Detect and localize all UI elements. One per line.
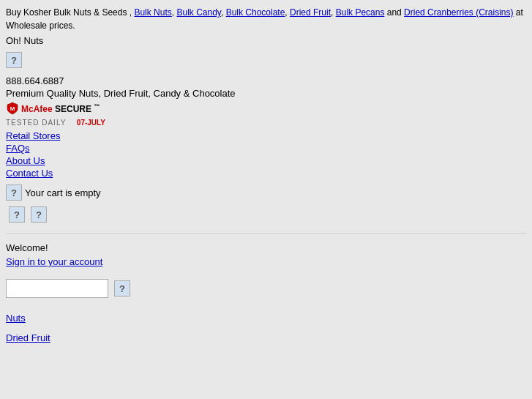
mcafee-shield-icon: M <box>6 102 19 115</box>
about-us-link[interactable]: About Us <box>6 155 526 166</box>
search-input[interactable] <box>6 279 108 298</box>
svg-text:M: M <box>10 105 15 112</box>
mcafee-section: M McAfee SECURE ™ <box>6 102 526 115</box>
cart-row: ? Your cart is empty <box>6 183 526 202</box>
mcafee-tm: ™ <box>94 103 100 110</box>
dried-fruit-category-link[interactable]: Dried Fruit <box>6 332 526 343</box>
tagline: Premium Quality Nuts, Dried Fruit, Candy… <box>6 88 526 99</box>
bulk-candy-link[interactable]: Bulk Candy <box>176 7 220 18</box>
contact-us-link[interactable]: Contact Us <box>6 168 526 179</box>
retail-stores-link[interactable]: Retail Stores <box>6 130 526 141</box>
nav-links: Retail Stores FAQs About Us Contact Us <box>6 130 526 179</box>
mcafee-secure-text: SECURE <box>55 104 91 114</box>
bulk-nuts-link[interactable]: Bulk Nuts <box>134 7 171 18</box>
divider-1 <box>6 233 526 234</box>
faqs-link[interactable]: FAQs <box>6 143 526 154</box>
mcafee-date: 07-JULY <box>77 119 105 127</box>
banner-and: and <box>387 7 404 18</box>
nuts-category-link[interactable]: Nuts <box>6 313 526 324</box>
welcome-text: Welcome! <box>6 242 526 253</box>
mcafee-label: McAfee SECURE ™ <box>21 103 100 114</box>
bulk-pecans-link[interactable]: Bulk Pecans <box>336 7 385 18</box>
cart-icon-image: ? <box>6 184 22 201</box>
icon-row: ? ? <box>9 205 526 224</box>
icon-image-1: ? <box>9 206 25 223</box>
category-links: Nuts Dried Fruit <box>6 313 526 343</box>
site-name: Oh! Nuts <box>6 35 526 46</box>
phone-number: 888.664.6887 <box>6 75 526 86</box>
dried-fruit-link[interactable]: Dried Fruit <box>290 7 331 18</box>
icon-image-2: ? <box>31 206 47 223</box>
bulk-chocolate-link[interactable]: Bulk Chocolate <box>226 7 285 18</box>
mcafee-tested-row: TESTED DAILY 07-JULY <box>6 116 526 127</box>
cart-empty-text: Your cart is empty <box>25 187 101 198</box>
signin-link[interactable]: Sign in to your account <box>6 256 102 267</box>
mcafee-tested-label: TESTED DAILY <box>6 119 66 127</box>
logo-image: ? <box>6 52 22 68</box>
top-banner: Buy Kosher Bulk Nuts & Seeds , Bulk Nuts… <box>6 6 526 32</box>
mcafee-brand: McAfee <box>21 104 53 114</box>
search-button-image[interactable]: ? <box>114 280 130 297</box>
search-section: ? <box>6 279 526 298</box>
welcome-section: Welcome! Sign in to your account <box>6 242 526 267</box>
dried-cranberries-link[interactable]: Dried Cranberries (Craisins) <box>404 7 513 18</box>
banner-prefix: Buy Kosher Bulk Nuts & Seeds , <box>6 7 132 18</box>
